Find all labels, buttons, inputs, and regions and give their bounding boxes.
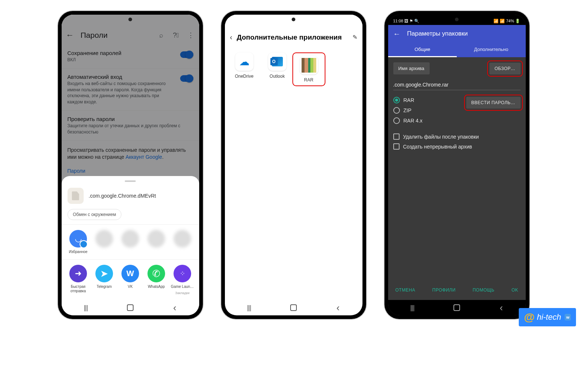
share-app-quickshare[interactable]: ➜Быстрая отправка [65, 265, 91, 295]
share-app-gamelauncher[interactable]: ⁘Game Laun…Закладки [169, 265, 195, 295]
back-icon[interactable]: ‹ [230, 33, 233, 41]
share-contact-blurred[interactable] [91, 230, 117, 254]
apps-row: ➜Быстрая отправка ➤Telegram WVK ✆WhatsAp… [62, 259, 199, 300]
watermark: @hi-techw [519, 308, 576, 326]
help-button[interactable]: ПОМОЩЬ [470, 285, 496, 296]
sheet-handle[interactable] [125, 180, 136, 182]
share-app-whatsapp[interactable]: ✆WhatsApp [143, 265, 169, 295]
highlight-box: RAR [292, 52, 325, 86]
phone-more-apps: ‹ Дополнительные приложения ✎ OneDrive O… [221, 11, 366, 319]
set-password-button[interactable]: ВВЕСТИ ПАРОЛЬ… [466, 97, 521, 109]
tab-advanced[interactable]: Дополнительно [457, 43, 526, 57]
tabs: Общие Дополнительно [388, 43, 526, 57]
check-solid-archive[interactable]: Создать непрерывный архив [393, 143, 521, 150]
radio-rar[interactable]: RAR [393, 97, 423, 103]
share-app-vk[interactable]: WVK [117, 265, 143, 295]
app-title: Параметры упаковки [407, 30, 468, 37]
nav-home[interactable] [290, 304, 297, 311]
nav-back[interactable] [331, 302, 345, 314]
ok-button[interactable]: OK [509, 285, 520, 296]
app-bar: ← Параметры упаковки [388, 25, 526, 43]
tab-general[interactable]: Общие [388, 43, 457, 57]
check-delete-after[interactable]: Удалить файлы после упаковки [393, 133, 521, 140]
nav-back[interactable] [167, 302, 182, 314]
contacts-row: ◡ Избранное [62, 224, 199, 259]
radio-zip[interactable]: ZIP [393, 107, 423, 114]
app-rar[interactable]: RAR [300, 56, 318, 83]
nav-back[interactable] [494, 302, 508, 314]
browse-button[interactable]: ОБЗОР… [489, 63, 521, 74]
nav-home[interactable] [453, 304, 460, 311]
profiles-button[interactable]: ПРОФИЛИ [430, 285, 457, 296]
outlook-icon [268, 52, 287, 71]
file-icon [68, 188, 84, 204]
page-title: Дополнительные приложения [237, 33, 348, 41]
nav-home[interactable] [127, 304, 134, 311]
phone-rar-archive: 11:08 🖼 ⚑ 🔍 📶 📶 74% 🔋 ← Параметры упаков… [384, 11, 529, 319]
back-icon[interactable]: ← [393, 30, 401, 38]
radio-rar4[interactable]: RAR 4.x [393, 117, 423, 124]
archive-name-input[interactable]: .com.google.Chrome.rar [393, 80, 521, 90]
share-contact-blurred[interactable] [169, 230, 195, 254]
app-onedrive[interactable]: OneDrive [228, 52, 261, 86]
share-contact-bookmark[interactable]: ◡ Избранное [65, 230, 91, 254]
nav-recents[interactable] [405, 304, 420, 312]
rar-icon [300, 56, 318, 74]
archive-name-label: Имя архива [393, 62, 430, 74]
nav-recents[interactable] [242, 304, 256, 312]
status-bar: 11:08 🖼 ⚑ 🔍 📶 📶 74% 🔋 [388, 15, 526, 25]
nearby-share-chip[interactable]: Обмен с окружением [68, 209, 122, 220]
share-sheet: .com.google.Chrome.dMEvRt Обмен с окруже… [62, 176, 199, 300]
file-name: .com.google.Chrome.dMEvRt [89, 193, 156, 199]
cancel-button[interactable]: ОТМЕНА [393, 285, 418, 296]
share-contact-blurred[interactable] [117, 230, 143, 254]
edit-icon[interactable]: ✎ [353, 34, 357, 41]
share-app-telegram[interactable]: ➤Telegram [91, 265, 117, 295]
share-contact-blurred[interactable] [143, 230, 169, 254]
nav-recents[interactable] [79, 304, 93, 312]
onedrive-icon [235, 52, 254, 71]
app-outlook[interactable]: Outlook [261, 52, 294, 86]
phone-passwords: ← Пароли ⌕ ?⃝ ⋮ Сохранение паролей ВКЛ [58, 11, 203, 319]
